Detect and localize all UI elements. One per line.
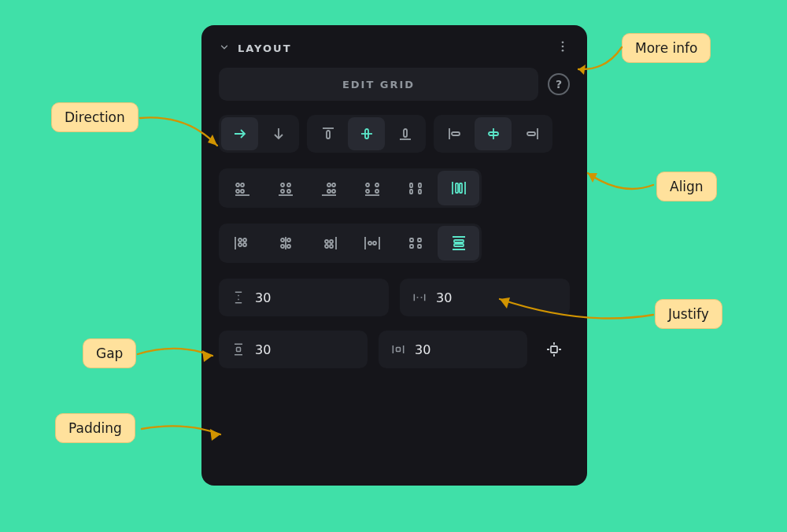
callout-align: Align bbox=[656, 172, 717, 201]
justify-v-end-icon bbox=[319, 233, 339, 253]
callout-direction: Direction bbox=[51, 102, 139, 132]
svg-point-9 bbox=[236, 183, 239, 187]
direction-group bbox=[219, 115, 299, 153]
justify-h-between-button[interactable] bbox=[351, 171, 393, 205]
justify-v-around-icon bbox=[405, 233, 426, 253]
direction-row-button[interactable] bbox=[221, 117, 258, 150]
justify-h-stretch-button[interactable] bbox=[438, 171, 479, 205]
edit-grid-button[interactable]: EDIT GRID bbox=[219, 68, 538, 101]
svg-point-13 bbox=[281, 183, 284, 187]
svg-rect-8 bbox=[527, 132, 535, 135]
row-gap-value: 30 bbox=[255, 290, 271, 305]
callout-gap: Gap bbox=[83, 338, 136, 368]
svg-marker-56 bbox=[588, 173, 597, 183]
svg-point-14 bbox=[287, 183, 290, 187]
justify-v-stretch-icon bbox=[449, 233, 469, 253]
justify-h-end-icon bbox=[319, 178, 339, 198]
callout-more-info: More info bbox=[622, 33, 711, 63]
align-top-icon bbox=[319, 124, 338, 143]
dots-vertical-icon bbox=[556, 39, 570, 54]
justify-h-start-icon bbox=[232, 178, 253, 198]
svg-point-18 bbox=[332, 183, 335, 187]
svg-rect-5 bbox=[404, 129, 407, 137]
more-options-button[interactable] bbox=[556, 39, 570, 57]
svg-point-2 bbox=[562, 50, 564, 52]
align-horizontal-group bbox=[434, 115, 552, 153]
svg-rect-26 bbox=[419, 183, 421, 187]
justify-v-center-icon bbox=[275, 233, 296, 253]
align-bottom-icon bbox=[396, 124, 415, 143]
align-hcenter-icon bbox=[484, 124, 503, 143]
svg-rect-47 bbox=[410, 245, 413, 248]
align-left-icon bbox=[445, 124, 464, 143]
svg-point-19 bbox=[327, 190, 331, 193]
justify-vertical-group bbox=[219, 224, 482, 263]
svg-point-21 bbox=[366, 183, 369, 187]
justify-h-between-icon bbox=[362, 178, 382, 198]
svg-rect-27 bbox=[410, 190, 412, 194]
svg-point-39 bbox=[325, 240, 328, 243]
svg-point-15 bbox=[281, 190, 284, 193]
edit-grid-label: EDIT GRID bbox=[342, 79, 415, 91]
justify-h-center-button[interactable] bbox=[264, 171, 306, 205]
svg-point-10 bbox=[241, 183, 244, 187]
svg-point-36 bbox=[287, 238, 290, 242]
column-gap-icon bbox=[411, 289, 428, 306]
svg-point-38 bbox=[287, 245, 290, 248]
align-vcenter-icon bbox=[357, 124, 376, 143]
svg-rect-48 bbox=[418, 245, 421, 248]
align-right-icon bbox=[523, 124, 541, 143]
justify-horizontal-group bbox=[219, 168, 482, 208]
justify-v-center-button[interactable] bbox=[264, 226, 306, 260]
align-vcenter-button[interactable] bbox=[348, 117, 385, 150]
svg-rect-49 bbox=[454, 240, 464, 242]
svg-rect-25 bbox=[410, 183, 412, 187]
svg-point-17 bbox=[327, 183, 331, 187]
svg-point-24 bbox=[375, 190, 379, 193]
justify-v-around-button[interactable] bbox=[394, 226, 436, 260]
vertical-padding-value: 30 bbox=[255, 342, 271, 357]
align-vertical-group bbox=[307, 115, 426, 153]
panel-header: LAYOUT bbox=[219, 39, 570, 57]
align-right-button[interactable] bbox=[513, 117, 550, 150]
svg-rect-50 bbox=[454, 244, 464, 246]
svg-rect-46 bbox=[418, 238, 421, 242]
question-icon: ? bbox=[556, 78, 562, 91]
justify-h-start-button[interactable] bbox=[221, 171, 263, 205]
vertical-padding-input[interactable]: 30 bbox=[219, 331, 368, 368]
justify-v-stretch-button[interactable] bbox=[438, 226, 479, 260]
help-button[interactable]: ? bbox=[548, 73, 570, 95]
row-gap-input[interactable]: 30 bbox=[219, 279, 389, 316]
justify-v-between-button[interactable] bbox=[351, 226, 393, 260]
svg-point-11 bbox=[236, 190, 239, 193]
svg-point-22 bbox=[375, 183, 379, 187]
svg-point-0 bbox=[562, 41, 564, 43]
svg-point-33 bbox=[238, 243, 242, 246]
arrow-right-icon bbox=[231, 124, 249, 143]
justify-h-around-button[interactable] bbox=[394, 171, 436, 205]
align-bottom-button[interactable] bbox=[386, 117, 423, 150]
align-hcenter-button[interactable] bbox=[475, 117, 512, 150]
svg-rect-30 bbox=[460, 183, 462, 193]
align-left-button[interactable] bbox=[436, 117, 473, 150]
justify-h-end-button[interactable] bbox=[308, 171, 349, 205]
align-top-button[interactable] bbox=[309, 117, 346, 150]
justify-h-around-icon bbox=[405, 178, 426, 198]
svg-point-44 bbox=[373, 242, 376, 245]
section-title: LAYOUT bbox=[238, 42, 292, 54]
svg-rect-51 bbox=[237, 348, 241, 352]
justify-h-center-icon bbox=[275, 178, 296, 198]
svg-point-31 bbox=[238, 238, 242, 242]
justify-v-start-button[interactable] bbox=[221, 226, 263, 260]
justify-v-end-button[interactable] bbox=[308, 226, 349, 260]
svg-point-16 bbox=[287, 190, 290, 193]
horizontal-padding-input[interactable]: 30 bbox=[379, 331, 527, 368]
expand-padding-button[interactable] bbox=[538, 334, 570, 365]
direction-column-button[interactable] bbox=[260, 117, 297, 150]
chevron-down-icon bbox=[219, 41, 230, 56]
column-gap-input[interactable]: 30 bbox=[400, 279, 570, 316]
section-toggle[interactable]: LAYOUT bbox=[219, 41, 292, 56]
callout-padding: Padding bbox=[55, 413, 135, 443]
svg-point-34 bbox=[243, 243, 246, 246]
callout-justify: Justify bbox=[655, 299, 722, 329]
